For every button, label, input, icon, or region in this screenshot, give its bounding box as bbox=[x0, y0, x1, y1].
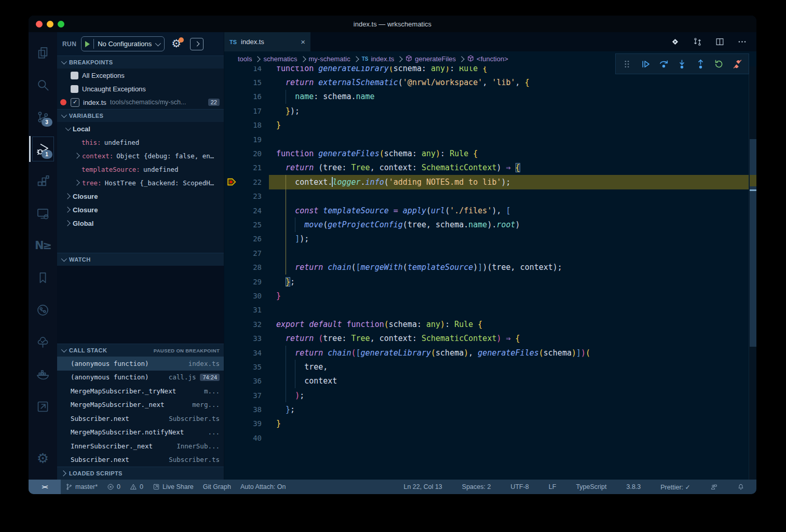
code-line-20[interactable]: 20function generateFiles(schema: any): R… bbox=[224, 146, 749, 160]
code-line-19[interactable]: 19 bbox=[224, 132, 749, 146]
code-line-16[interactable]: 16 name: schema.name bbox=[224, 90, 749, 104]
breakpoint-row[interactable]: Uncaught Exceptions bbox=[57, 82, 224, 96]
status-remote[interactable]: >< bbox=[29, 480, 61, 494]
variable-row[interactable]: templateSource:undefined bbox=[57, 162, 224, 176]
call-stack-frame[interactable]: (anonymous function)index.ts bbox=[57, 357, 224, 371]
open-changes-icon[interactable] bbox=[670, 37, 680, 47]
status-warning[interactable]: 0 bbox=[125, 480, 148, 494]
status-prettier-[interactable]: Prettier: ✓ bbox=[656, 480, 695, 494]
status-bell[interactable] bbox=[733, 480, 749, 494]
variable-scope-row[interactable]: Global bbox=[57, 216, 224, 230]
breakpoint-checkbox[interactable] bbox=[71, 85, 78, 93]
activity-item-explorer[interactable] bbox=[31, 36, 55, 69]
breakpoint-row[interactable]: All Exceptions bbox=[57, 69, 224, 82]
chevron-down-icon[interactable] bbox=[65, 125, 71, 131]
code-viewport[interactable]: 14function generateLibrary(schema: any):… bbox=[224, 66, 756, 480]
chevron-right-icon[interactable] bbox=[74, 153, 79, 158]
activity-item-run-debug[interactable]: 1 bbox=[31, 133, 55, 165]
breakpoint-checkbox[interactable] bbox=[71, 72, 78, 79]
step-into-button[interactable] bbox=[675, 57, 689, 71]
activity-item-live-share[interactable] bbox=[31, 390, 55, 422]
code-line-37[interactable]: 37 ); bbox=[224, 388, 749, 402]
loaded-scripts-section-header[interactable]: LOADED SCRIPTS bbox=[57, 467, 224, 480]
minimize-window-button[interactable] bbox=[47, 21, 53, 28]
breakpoints-section-header[interactable]: BREAKPOINTS bbox=[57, 56, 224, 69]
activity-item-bookmarks[interactable] bbox=[31, 262, 55, 294]
breadcrumb-item[interactable]: schematics bbox=[263, 55, 297, 63]
call-stack-frame[interactable]: MergeMapSubscriber.notifyNext... bbox=[57, 426, 224, 440]
status-auto-attach-on[interactable]: Auto Attach: On bbox=[236, 480, 291, 494]
code-line-30[interactable]: 30} bbox=[224, 289, 749, 303]
breadcrumb-item[interactable]: tools bbox=[238, 55, 252, 63]
maximize-window-button[interactable] bbox=[58, 21, 64, 28]
code-line-32[interactable]: 32export default function(schema: any): … bbox=[224, 317, 749, 331]
status-live-share[interactable]: Live Share bbox=[148, 480, 198, 494]
breakpoint-checkbox[interactable]: ✓ bbox=[71, 98, 79, 107]
variable-row[interactable]: this:undefined bbox=[57, 135, 224, 149]
call-stack-frame[interactable]: MergeMapSubscriber._tryNextm... bbox=[57, 384, 224, 398]
drag-handle-icon[interactable] bbox=[620, 57, 634, 71]
code-line-23[interactable]: 23 bbox=[224, 189, 749, 203]
restart-button[interactable] bbox=[712, 57, 726, 71]
scrollbar-thumb[interactable] bbox=[750, 139, 756, 347]
status-ln-22-col-13[interactable]: Ln 22, Col 13 bbox=[399, 480, 446, 494]
code-line-34[interactable]: 34 return chain([generateLibrary(schema)… bbox=[224, 346, 749, 360]
code-line-35[interactable]: 35 tree, bbox=[224, 360, 749, 374]
call-stack-frame[interactable]: InnerSubscriber._nextInnerSub... bbox=[57, 439, 224, 453]
code-line-28[interactable]: 28 return chain([mergeWith(templateSourc… bbox=[224, 260, 749, 274]
step-over-button[interactable] bbox=[657, 57, 671, 71]
call-stack-frame[interactable]: (anonymous function)call.js74:24 bbox=[57, 371, 224, 385]
tab-index-ts[interactable]: TS index.ts × bbox=[224, 32, 310, 51]
breadcrumb-item[interactable]: <function> bbox=[467, 55, 508, 63]
activity-item-docker[interactable] bbox=[31, 358, 55, 390]
status-error[interactable]: 0 bbox=[102, 480, 125, 494]
configure-gear-button[interactable]: ⚙ bbox=[171, 38, 181, 49]
activity-item-settings-gear[interactable]: ⚙ bbox=[31, 442, 55, 474]
activity-item-remote-explorer[interactable] bbox=[31, 197, 55, 229]
chevron-right-icon[interactable] bbox=[64, 207, 70, 212]
status-3-8-3[interactable]: 3.8.3 bbox=[621, 480, 645, 494]
close-tab-icon[interactable]: × bbox=[301, 37, 305, 46]
call-stack-frame[interactable]: Subscriber.nextSubscriber.ts bbox=[57, 412, 224, 426]
code-line-21[interactable]: 21 return (tree: Tree, context: Schemati… bbox=[224, 161, 749, 175]
editor-scrollbar[interactable] bbox=[749, 66, 756, 480]
chevron-right-icon[interactable] bbox=[64, 193, 70, 199]
variable-row[interactable]: tree:HostTree {_backend: ScopedH… bbox=[57, 176, 224, 189]
breadcrumb-item[interactable]: generateFiles bbox=[405, 55, 456, 63]
status-feedback[interactable] bbox=[706, 480, 722, 494]
code-line-40[interactable]: 40 bbox=[224, 431, 749, 445]
activity-item-nx-console[interactable]: N≥ bbox=[31, 229, 55, 262]
variable-scope-row[interactable]: Closure bbox=[57, 203, 224, 216]
call-stack-frame[interactable]: MergeMapSubscriber._nextmerg... bbox=[57, 398, 224, 412]
code-line-39[interactable]: 39} bbox=[224, 417, 749, 431]
more-actions-icon[interactable] bbox=[737, 37, 747, 47]
status-spaces-2[interactable]: Spaces: 2 bbox=[457, 480, 496, 494]
disconnect-button[interactable] bbox=[730, 57, 744, 71]
code-line-36[interactable]: 36 context bbox=[224, 374, 749, 388]
chevron-right-icon[interactable] bbox=[74, 180, 79, 185]
status-lf[interactable]: LF bbox=[544, 480, 561, 494]
status-typescript[interactable]: TypeScript bbox=[571, 480, 611, 494]
chevron-right-icon[interactable] bbox=[64, 220, 70, 226]
code-line-29[interactable]: 29 }; bbox=[224, 275, 749, 289]
code-line-15[interactable]: 15 return externalSchematic('@nrwl/works… bbox=[224, 75, 749, 89]
activity-item-search[interactable] bbox=[31, 69, 55, 101]
code-line-25[interactable]: 25 move(getProjectConfig(tree, schema.na… bbox=[224, 217, 749, 231]
call-stack-section-header[interactable]: CALL STACK PAUSED ON BREAKPOINT bbox=[57, 344, 224, 357]
step-out-button[interactable] bbox=[693, 57, 708, 71]
variables-section-header[interactable]: VARIABLES bbox=[57, 109, 224, 122]
status-git-branch[interactable]: master* bbox=[61, 480, 102, 494]
close-window-button[interactable] bbox=[36, 21, 43, 28]
watch-section-header[interactable]: WATCH bbox=[57, 253, 224, 266]
code-line-17[interactable]: 17 }); bbox=[224, 104, 749, 118]
launch-config-dropdown[interactable]: No Configurations bbox=[81, 36, 165, 51]
code-line-38[interactable]: 38 }; bbox=[224, 402, 749, 416]
breadcrumb-item[interactable]: my-schematic bbox=[309, 55, 350, 63]
git-compare-icon[interactable] bbox=[693, 37, 702, 47]
call-stack-frame[interactable]: Subscriber.nextSubscriber.ts bbox=[57, 453, 224, 467]
split-editor-icon[interactable] bbox=[715, 37, 725, 47]
status-git-graph[interactable]: Git Graph bbox=[198, 480, 236, 494]
continue-button[interactable] bbox=[638, 57, 653, 71]
code-line-27[interactable]: 27 bbox=[224, 246, 749, 260]
variable-scope-row[interactable]: Closure bbox=[57, 189, 224, 203]
